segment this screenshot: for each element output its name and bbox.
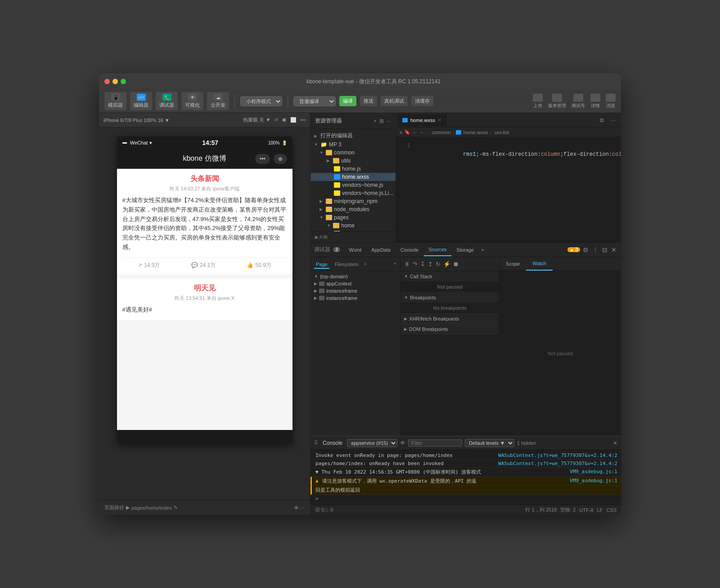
phone-inspect-icon[interactable]: ⬜ [290,117,297,123]
post-1-comment[interactable]: 💬 24.1万 [191,262,216,269]
step-out-button[interactable]: ↥ [428,261,433,267]
editor-more-icon[interactable]: ··· [608,117,619,123]
folder-node-modules[interactable]: ▶ node_modules [310,205,396,213]
more-icon[interactable]: ··· [301,505,305,511]
new-folder-icon[interactable]: ⊞ [379,118,384,124]
console-eye-icon[interactable]: 👁 [400,440,405,446]
sources-instanceframe-1[interactable]: ▶ instanceframe [310,287,400,294]
settings-icon[interactable]: ⚙ [582,245,590,254]
folder-miniprogram-npm[interactable]: ▶ miniprogram_npm [310,197,396,205]
outline-toggle[interactable]: ▶ [315,235,319,240]
breakpoints-header[interactable]: ▼ Breakpoints [400,293,499,303]
sources-page-tab[interactable]: Page [314,261,329,269]
phone-stop-icon[interactable]: ⏹ [282,117,287,123]
hotreload-toggle[interactable]: 热重载 关 ▼ [243,117,270,123]
scope-tab[interactable]: Scope [500,257,526,271]
mode-selector[interactable]: 小程序模式 [240,96,282,106]
console-link-2[interactable]: WASubContext.js?t=we_75779307&v=2.14.4:2 [498,461,617,466]
cache-button[interactable]: 清缓存 [411,96,433,106]
version-mgmt-button[interactable]: 版本管理 [548,94,566,109]
folder-common[interactable]: ▼ common [310,149,396,157]
post-1-like[interactable]: 👍 50.9万 [247,262,271,269]
file-home-js[interactable]: home.js [310,165,396,173]
compile-selector[interactable]: 普通编译 [293,96,336,106]
folder-utils[interactable]: ▶ utils [310,157,396,165]
new-file-icon[interactable]: + [374,118,377,124]
visual-button[interactable]: 👁 可视化 [181,92,203,110]
devtools-undock-icon[interactable]: ⊟ [601,245,608,254]
sources-appcontext[interactable]: ▶ appContext [310,280,400,287]
close-dot[interactable] [104,79,110,84]
callstack-header[interactable]: ▼ Call Stack [400,271,499,281]
more-actions-icon[interactable]: ··· [387,118,391,124]
console-close-icon[interactable]: ✕ [613,440,617,446]
xhr-breakpoints-header[interactable]: ▶ XHR/fetch Breakpoints [400,314,499,324]
nav-menu-btn[interactable]: ••• [255,154,270,164]
sources-top-domain[interactable]: ▼ (top domain) [310,273,400,280]
tab-wxml[interactable]: Wxml [345,244,366,256]
devtools-close-icon[interactable]: ✕ [610,245,617,254]
simulator-button[interactable]: 📱 模拟器 [104,92,126,110]
tab-home-wxss[interactable]: home.wxss ✕ [398,114,446,127]
device-selector[interactable]: iPhone 6/7/8 Plus 100% 16 ▼ [104,118,170,123]
more-tabs-icon[interactable]: » [481,247,484,253]
project-root[interactable]: ▼ 📁 MP 3 [310,140,396,149]
sources-more-icon[interactable]: » [364,261,367,269]
sources-instanceframe-2[interactable]: ▶ instanceframe [310,294,400,302]
tab-appdata[interactable]: AppData [367,244,395,256]
minimize-dot[interactable] [112,79,118,84]
console-link-3[interactable]: VM9_asdebug.js:1 [570,469,617,475]
tab-storage[interactable]: Storage [452,244,479,256]
test-number-button[interactable]: 测试号 [572,94,585,109]
file-vendors-home-js-li[interactable]: vendors~home.js.Li... [310,189,396,197]
debugger-button[interactable]: 🐛 调试器 [156,92,178,110]
step-button[interactable]: ↻ [436,261,441,267]
compile-button[interactable]: 编译 [339,96,356,106]
tab-sources[interactable]: Sources [424,244,451,256]
nav-camera-btn[interactable]: ⊕ [274,154,287,164]
devtools-more-icon[interactable]: ⋮ [591,245,599,254]
sources-filesystem-tab[interactable]: Filesystem [333,261,360,269]
view-icon[interactable]: 👁 [294,505,299,511]
step-over-button[interactable]: ↷ [413,261,418,267]
share-icon: ↗ [138,262,142,268]
upload-button[interactable]: 推送 [360,96,377,106]
folder-home[interactable]: ▼ home [310,222,396,230]
code-content[interactable]: rms1;-ms-flex-direction:column;flex-dire… [414,137,621,242]
sources-add-icon[interactable]: + [394,261,396,269]
console-filter-input[interactable] [408,439,462,447]
editor-button[interactable]: </> 编辑器 [130,92,152,110]
tab-close-icon[interactable]: ✕ [438,118,441,122]
open-editors-section[interactable]: ▶ 打开的编辑器 [310,131,396,140]
test-number-icon [573,94,583,102]
post-1-share[interactable]: ↗ 14.9万 [138,262,160,269]
dom-breakpoints-header[interactable]: ▶ DOM Breakpoints [400,324,499,334]
stop-button[interactable]: ⏹ [453,261,459,267]
phone-more-icon[interactable]: ••• [300,117,306,123]
remote-debug-button[interactable]: 真机调试 [381,96,408,106]
console-link-4[interactable]: VM9_asdebug.js:1 [570,478,617,484]
post-2-body: #遇见美好# [122,305,287,315]
pause-button[interactable]: ⏸ [404,261,410,267]
phone-refresh-icon[interactable]: ↺ [274,117,278,123]
appservice-select[interactable]: appservice (#15) [347,439,397,447]
editor-split-icon[interactable]: ⧉ [596,117,608,123]
details-button[interactable]: 详情 [590,94,600,109]
file-home-wxss[interactable]: home.wxss [310,173,396,181]
console-levels-select[interactable]: Default levels ▼ [465,439,514,447]
breadcrumb-back[interactable]: ← [412,130,417,135]
upload-right-button[interactable]: 上传 [533,94,543,109]
breadcrumb-forward[interactable]: → [419,130,424,135]
maximize-dot[interactable] [121,79,126,84]
tab-console[interactable]: Console [396,244,423,256]
file-vendors-home-js[interactable]: vendors~home.js [310,181,396,189]
deactivate-button[interactable]: ⚡ [443,261,450,267]
page-edit-icon[interactable]: ✎ [174,505,178,511]
file-panel-header: 资源管理器 + ⊞ ··· [310,113,396,129]
console-link-1[interactable]: WASubContext.js?t=we_75779307&v=2.14.4:2 [498,452,617,458]
watch-tab[interactable]: Watch [526,257,553,271]
notifications-button[interactable]: 消息 [606,94,616,109]
step-into-button[interactable]: ↧ [420,261,425,267]
folder-pages[interactable]: ▼ pages [310,213,396,222]
devcloud-button[interactable]: ☁ 云开发 [207,92,229,110]
